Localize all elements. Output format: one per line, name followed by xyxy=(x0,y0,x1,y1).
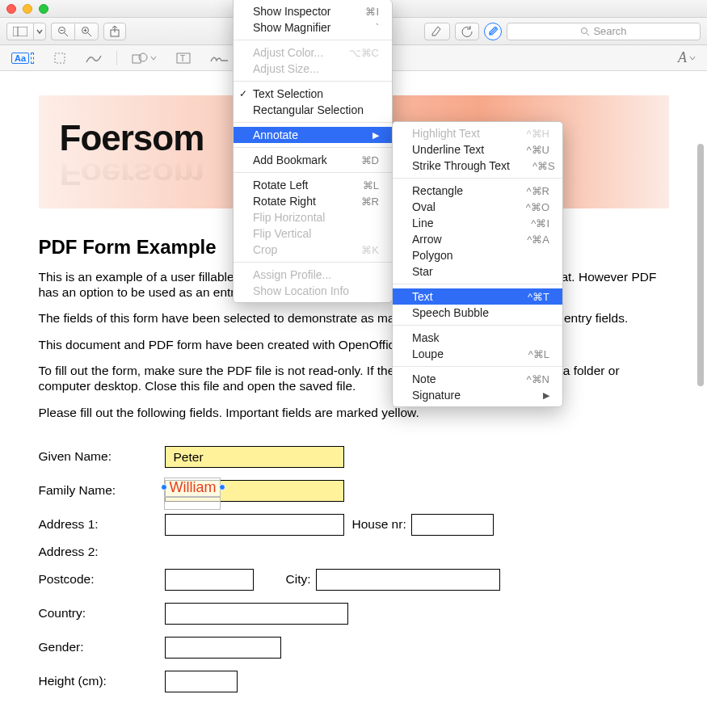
menu-rectangle[interactable]: Rectangle^⌘R xyxy=(393,183,562,199)
chevron-down-icon xyxy=(36,28,43,35)
traffic-lights xyxy=(6,4,48,14)
text-style-button[interactable]: A xyxy=(673,48,701,68)
menu-loupe[interactable]: Loupe^⌘L xyxy=(393,346,562,362)
view-sidebar-dropdown[interactable] xyxy=(33,23,46,40)
given-name-field[interactable]: Peter xyxy=(165,446,344,468)
menu-star[interactable]: Star xyxy=(393,263,562,280)
menu-show-inspector[interactable]: Show Inspector⌘I xyxy=(234,3,392,19)
close-window-button[interactable] xyxy=(6,4,16,14)
minimize-window-button[interactable] xyxy=(23,4,32,14)
menu-separator xyxy=(234,147,392,148)
signature-icon xyxy=(210,53,229,64)
view-sidebar-button[interactable] xyxy=(6,23,33,40)
text-tool-button[interactable]: Aa xyxy=(6,48,39,68)
menu-speech-bubble[interactable]: Speech Bubble xyxy=(393,305,562,321)
pdf-form: Given Name: Peter Family Name: William xyxy=(39,443,669,695)
gender-field[interactable] xyxy=(165,637,281,659)
submenu-arrow-icon: ▶ xyxy=(350,130,379,141)
menu-polygon[interactable]: Polygon xyxy=(393,247,562,263)
paragraph: The fields of this form have been select… xyxy=(39,311,669,326)
menu-highlight-text: Highlight Text^⌘H xyxy=(393,125,562,141)
svg-text:T: T xyxy=(180,54,185,63)
shapes-tool-button[interactable] xyxy=(127,48,162,68)
menu-show-magnifier[interactable]: Show Magnifier` xyxy=(234,19,392,36)
text-annotation[interactable]: William xyxy=(164,478,221,497)
zoom-window-button[interactable] xyxy=(39,4,48,14)
menu-rotate-right[interactable]: Rotate Right⌘R xyxy=(234,193,392,209)
sketch-tool-button[interactable] xyxy=(81,48,107,68)
search-icon xyxy=(580,27,590,36)
svg-line-6 xyxy=(88,32,92,36)
gender-label: Gender: xyxy=(39,640,165,654)
menu-crop: Crop⌘K xyxy=(234,242,392,258)
annotation-extra-box xyxy=(164,497,221,510)
svg-line-12 xyxy=(587,33,589,36)
menu-strike-text[interactable]: Strike Through Text^⌘S xyxy=(393,158,562,174)
highlight-button[interactable] xyxy=(424,23,450,40)
menu-separator xyxy=(234,262,392,263)
selection-handle-right[interactable] xyxy=(219,484,225,490)
menu-underline-text[interactable]: Underline Text^⌘U xyxy=(393,141,562,158)
rotate-button[interactable] xyxy=(455,23,479,40)
height-label: Height (cm): xyxy=(39,674,165,688)
address1-label: Address 1: xyxy=(39,517,165,532)
chevron-down-icon xyxy=(689,55,696,61)
text-box-tool-button[interactable]: T xyxy=(171,48,196,68)
menu-signature[interactable]: Signature▶ xyxy=(393,387,562,403)
menu-note[interactable]: Note^⌘N xyxy=(393,371,562,387)
submenu-arrow-icon: ▶ xyxy=(520,390,549,401)
menu-separator xyxy=(393,325,562,326)
postcode-label: Postcode: xyxy=(39,572,165,587)
menu-oval[interactable]: Oval^⌘O xyxy=(393,199,562,215)
zoom-out-button[interactable] xyxy=(51,23,74,40)
country-label: Country: xyxy=(39,606,165,621)
city-label: City: xyxy=(286,572,311,587)
address2-label: Address 2: xyxy=(39,545,165,559)
text-box-icon: T xyxy=(176,53,191,64)
search-input[interactable]: Search xyxy=(507,23,701,40)
menu-adjust-color: Adjust Color...⌥⌘C xyxy=(234,44,392,61)
height-field[interactable] xyxy=(165,671,238,692)
menu-separator xyxy=(234,40,392,40)
svg-line-3 xyxy=(65,32,69,36)
menu-text[interactable]: Text^⌘T xyxy=(393,288,562,305)
house-nr-label: House nr: xyxy=(352,517,406,532)
vertical-scrollbar[interactable] xyxy=(694,144,705,725)
sidebar-icon xyxy=(13,27,27,36)
svg-point-11 xyxy=(582,27,587,33)
markup-button[interactable] xyxy=(484,23,502,40)
menu-annotate[interactable]: Annotate▶ xyxy=(234,127,392,143)
menu-arrow[interactable]: Arrow^⌘A xyxy=(393,231,562,247)
toolbar-divider xyxy=(116,51,117,65)
house-nr-field[interactable] xyxy=(411,514,494,536)
menu-separator xyxy=(234,81,392,82)
selection-handle-left[interactable] xyxy=(161,484,167,490)
markup-pen-icon xyxy=(488,27,498,36)
text-cursor-icon xyxy=(31,53,34,64)
postcode-field[interactable] xyxy=(165,569,254,591)
scrollbar-thumb[interactable] xyxy=(697,144,704,386)
menu-adjust-size: Adjust Size... xyxy=(234,61,392,77)
paragraph: To fill out the form, make sure the PDF … xyxy=(39,364,669,393)
country-field[interactable] xyxy=(165,603,348,625)
zoom-out-icon xyxy=(57,26,69,37)
rotate-icon xyxy=(461,26,473,37)
address1-field[interactable] xyxy=(165,514,344,536)
menu-add-bookmark[interactable]: Add Bookmark⌘D xyxy=(234,152,392,168)
menu-separator xyxy=(393,284,562,284)
sidebar-view-group xyxy=(6,23,46,40)
selection-tool-button[interactable] xyxy=(48,48,71,68)
city-field[interactable] xyxy=(316,569,500,591)
menu-rect-selection[interactable]: Rectangular Selection xyxy=(234,102,392,118)
menu-mask[interactable]: Mask xyxy=(393,330,562,346)
menu-show-location: Show Location Info xyxy=(234,283,392,299)
menu-line[interactable]: Line^⌘I xyxy=(393,215,562,231)
annotate-submenu: Highlight Text^⌘H Underline Text^⌘U Stri… xyxy=(392,121,563,407)
zoom-in-button[interactable] xyxy=(74,23,99,40)
share-button[interactable] xyxy=(103,23,126,40)
family-name-label: Family Name: xyxy=(39,483,165,498)
menu-rotate-left[interactable]: Rotate Left⌘L xyxy=(234,177,392,193)
text-style-icon: A xyxy=(678,49,687,66)
menu-text-selection[interactable]: ✓Text Selection xyxy=(234,86,392,102)
given-name-value: Peter xyxy=(166,447,343,467)
